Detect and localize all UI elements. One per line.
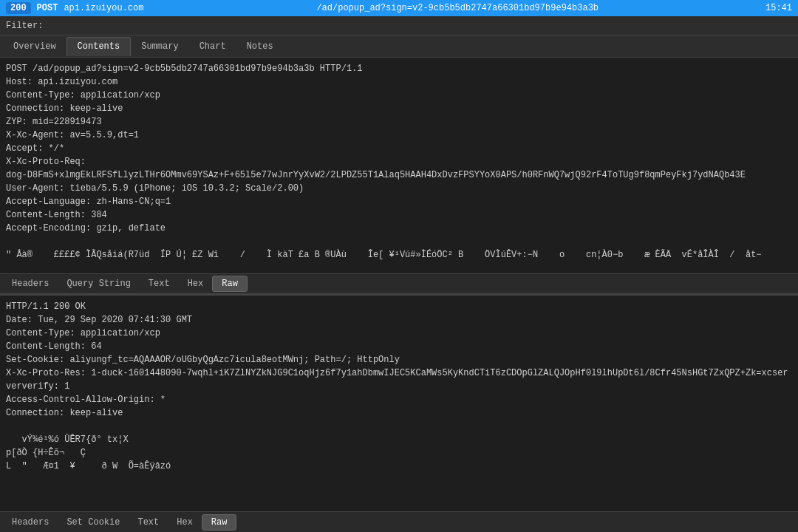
status-code: 200 bbox=[6, 2, 31, 14]
request-tab-raw[interactable]: Raw bbox=[212, 276, 248, 292]
response-tab-set-cookie[interactable]: Set Cookie bbox=[58, 514, 129, 531]
filter-label: Filter: bbox=[6, 21, 43, 31]
timestamp: 15:41 bbox=[765, 3, 792, 13]
filter-bar: Filter: bbox=[0, 16, 798, 35]
response-tab-text[interactable]: Text bbox=[129, 514, 168, 531]
response-section: HTTP/1.1 200 OK Date: Tue, 29 Sep 2020 0… bbox=[0, 294, 798, 532]
request-path: /ad/popup_ad?sign=v2-9cb5b5db2747a66301b… bbox=[149, 3, 765, 13]
main-tabs: Overview Contents Summary Chart Notes bbox=[0, 35, 798, 58]
response-tab-headers[interactable]: Headers bbox=[3, 514, 58, 531]
tab-notes[interactable]: Notes bbox=[236, 37, 284, 56]
response-tab-hex[interactable]: Hex bbox=[168, 514, 202, 531]
request-sub-tabs: Headers Query String Text Hex Raw bbox=[0, 273, 798, 294]
tab-chart[interactable]: Chart bbox=[189, 37, 236, 56]
response-sub-tabs: Headers Set Cookie Text Hex Raw bbox=[0, 511, 798, 532]
tab-summary[interactable]: Summary bbox=[131, 37, 188, 56]
title-bar: 200 POST api.izuiyou.com /ad/popup_ad?si… bbox=[0, 0, 798, 16]
request-tab-query-string[interactable]: Query String bbox=[58, 276, 139, 292]
request-tab-text[interactable]: Text bbox=[140, 276, 179, 292]
response-content: HTTP/1.1 200 OK Date: Tue, 29 Sep 2020 0… bbox=[0, 296, 798, 511]
tab-overview[interactable]: Overview bbox=[3, 37, 66, 56]
http-method: POST bbox=[37, 3, 58, 13]
request-tab-hex[interactable]: Hex bbox=[179, 276, 213, 292]
host: api.izuiyou.com bbox=[64, 3, 143, 13]
response-tab-raw[interactable]: Raw bbox=[202, 514, 237, 531]
tab-contents[interactable]: Contents bbox=[66, 37, 132, 56]
request-tab-headers[interactable]: Headers bbox=[3, 276, 58, 292]
request-content: POST /ad/popup_ad?sign=v2-9cb5b5db2747a6… bbox=[0, 58, 798, 273]
request-section: POST /ad/popup_ad?sign=v2-9cb5b5db2747a6… bbox=[0, 58, 798, 294]
